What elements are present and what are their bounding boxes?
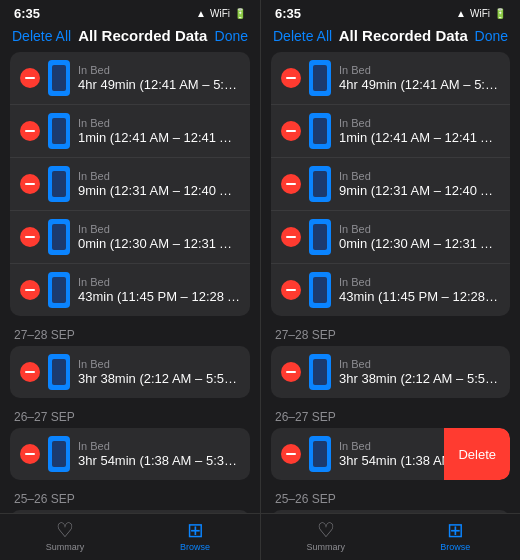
device-icon [309,219,331,255]
record-item-swipe[interactable]: In Bed 3hr 54min (1:38 AM – 5:33 AM) Del… [271,428,510,480]
status-icons-left: ▲ WiFi 🔋 [196,8,246,19]
record-value: 3hr 54min (1:38 AM – 5:33 AM) [78,453,240,468]
record-item[interactable]: In Bed 9min (12:31 AM – 12:40 AM) [271,158,510,211]
section-3-right: In Bed 3hr 54min (1:38 AM – 5:33 AM) Del… [271,428,510,480]
record-item[interactable]: In Bed 43min (11:45 PM – 12:28 AM) [271,264,510,316]
record-item[interactable]: In Bed 0min (12:30 AM – 12:31 AM) [10,211,250,264]
minus-btn[interactable] [281,174,301,194]
record-item[interactable]: In Bed 4hr 49min (12:41 AM – 5:30 AM) [271,52,510,105]
record-item[interactable]: In Bed 0min (12:30 AM – 12:31 AM) [271,211,510,264]
record-item[interactable]: In Bed 4hr 49min (12:41 AM – 5:30 AM) [10,52,250,105]
record-info: In Bed 1min (12:41 AM – 12:41 AM) [339,117,500,145]
record-label: In Bed [78,358,240,370]
record-label: In Bed [339,117,500,129]
tab-summary-right[interactable]: ♡ Summary [261,520,391,552]
minus-btn[interactable] [20,174,40,194]
record-item[interactable]: In Bed 1min (12:41 AM – 12:41 AM) [271,105,510,158]
device-icon [48,166,70,202]
minus-btn[interactable] [281,362,301,382]
record-item[interactable]: In Bed 5hr 12min (12:19 AM – 5:32 AM) [271,510,510,513]
section-3-left: In Bed 3hr 54min (1:38 AM – 5:33 AM) [10,428,250,480]
status-time-left: 6:35 [14,6,40,21]
record-info: In Bed 43min (11:45 PM – 12:28 AM) [78,276,240,304]
record-info: In Bed 4hr 49min (12:41 AM – 5:30 AM) [339,64,500,92]
record-item[interactable]: In Bed 3hr 38min (2:12 AM – 5:50 AM) [271,346,510,398]
minus-btn[interactable] [281,444,301,464]
battery-icon-right: 🔋 [494,8,506,19]
minus-btn[interactable] [281,280,301,300]
record-value: 0min (12:30 AM – 12:31 AM) [78,236,240,251]
record-info: In Bed 0min (12:30 AM – 12:31 AM) [78,223,240,251]
nav-bar-right: Delete All All Recorded Data Done [261,23,520,52]
record-value: 9min (12:31 AM – 12:40 AM) [339,183,500,198]
minus-btn[interactable] [20,362,40,382]
record-info: In Bed 3hr 54min (1:38 AM – 5:33 AM) [78,440,240,468]
record-value: 1min (12:41 AM – 12:41 AM) [78,130,240,145]
tab-summary-label-left: Summary [46,542,85,552]
minus-btn[interactable] [281,68,301,88]
record-label: In Bed [78,223,240,235]
delete-all-btn-left[interactable]: Delete All [12,28,71,44]
tab-browse-right[interactable]: ⊞ Browse [391,520,521,552]
record-item[interactable]: In Bed 43min (11:45 PM – 12:28 AM) [10,264,250,316]
device-icon [48,219,70,255]
record-label: In Bed [339,223,500,235]
section-4-right: In Bed 5hr 12min (12:19 AM – 5:32 AM) [271,510,510,513]
tab-bar-left: ♡ Summary ⊞ Browse [0,513,260,560]
record-info: In Bed 43min (11:45 PM – 12:28 AM) [339,276,500,304]
minus-btn[interactable] [20,227,40,247]
heart-icon-right: ♡ [317,520,335,540]
record-value: 3hr 38min (2:12 AM – 5:50 AM) [339,371,500,386]
minus-btn[interactable] [20,280,40,300]
record-info: In Bed 4hr 49min (12:41 AM – 5:30 AM) [78,64,240,92]
tab-browse-label-right: Browse [440,542,470,552]
device-icon [48,60,70,96]
record-value: 43min (11:45 PM – 12:28 AM) [339,289,500,304]
record-item[interactable]: In Bed 3hr 54min (1:38 AM – 5:33 AM) [10,428,250,480]
minus-btn[interactable] [20,68,40,88]
record-item[interactable]: In Bed 9min (12:31 AM – 12:40 AM) [10,158,250,211]
tab-browse-left[interactable]: ⊞ Browse [130,520,260,552]
right-phone-panel: 6:35 ▲ WiFi 🔋 Delete All All Recorded Da… [260,0,520,560]
status-bar-right: 6:35 ▲ WiFi 🔋 [261,0,520,23]
record-value: 1min (12:41 AM – 12:41 AM) [339,130,500,145]
record-label: In Bed [78,117,240,129]
device-icon [309,60,331,96]
device-icon [48,272,70,308]
record-label: In Bed [78,170,240,182]
record-label: In Bed [339,276,500,288]
device-icon [309,436,331,472]
delete-all-btn-right[interactable]: Delete All [273,28,332,44]
record-info: In Bed 1min (12:41 AM – 12:41 AM) [78,117,240,145]
record-info: In Bed 3hr 38min (2:12 AM – 5:50 AM) [339,358,500,386]
done-btn-right[interactable]: Done [475,28,508,44]
minus-btn[interactable] [281,227,301,247]
browse-icon-left: ⊞ [187,520,204,540]
section-2-right: In Bed 3hr 38min (2:12 AM – 5:50 AM) [271,346,510,398]
status-icons-right: ▲ WiFi 🔋 [456,8,506,19]
record-label: In Bed [339,64,500,76]
record-item[interactable]: In Bed 5hr 12min (12:19 AM – 5:32 AM) [10,510,250,513]
record-label: In Bed [78,64,240,76]
minus-btn[interactable] [281,121,301,141]
swipe-delete-btn[interactable]: Delete [444,428,510,480]
record-value: 9min (12:31 AM – 12:40 AM) [78,183,240,198]
section-label-sep27-28-right: 27–28 SEP [261,320,520,346]
record-item[interactable]: In Bed 3hr 38min (2:12 AM – 5:50 AM) [10,346,250,398]
record-item[interactable]: In Bed 1min (12:41 AM – 12:41 AM) [10,105,250,158]
record-label: In Bed [339,170,500,182]
nav-title-left: All Recorded Data [78,27,207,44]
record-info: In Bed 0min (12:30 AM – 12:31 AM) [339,223,500,251]
record-info: In Bed 9min (12:31 AM – 12:40 AM) [339,170,500,198]
device-icon [48,113,70,149]
battery-icon-left: 🔋 [234,8,246,19]
record-label: In Bed [78,276,240,288]
tab-summary-left[interactable]: ♡ Summary [0,520,130,552]
signal-icon-left: ▲ [196,8,206,19]
record-label: In Bed [339,358,500,370]
minus-btn[interactable] [20,121,40,141]
minus-btn[interactable] [20,444,40,464]
device-icon [309,113,331,149]
done-btn-left[interactable]: Done [215,28,248,44]
record-label: In Bed [78,440,240,452]
